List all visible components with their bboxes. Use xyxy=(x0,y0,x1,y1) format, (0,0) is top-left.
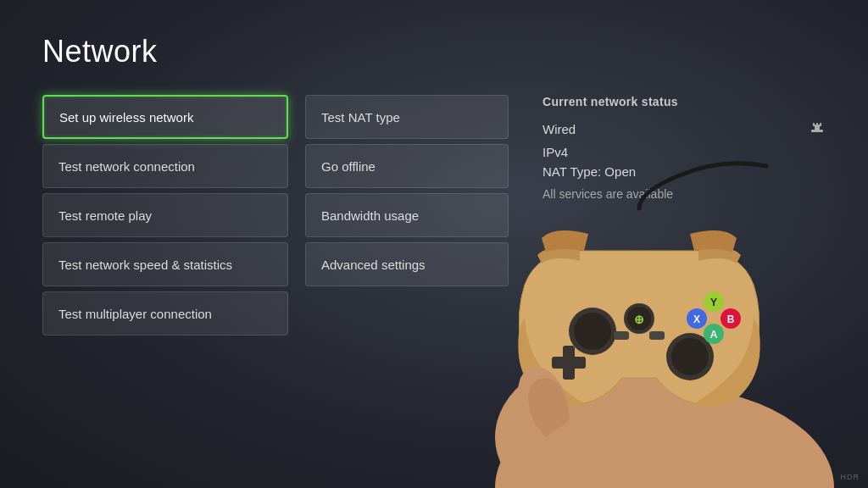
svg-rect-2 xyxy=(813,123,815,126)
menu-item-test-multiplayer[interactable]: Test multiplayer connection xyxy=(42,291,288,336)
svg-text:B: B xyxy=(727,313,735,325)
page-title: Network xyxy=(42,34,826,69)
svg-point-10 xyxy=(671,338,709,375)
svg-text:Y: Y xyxy=(710,297,717,308)
left-menu-column: Set up wireless network Test network con… xyxy=(42,95,288,463)
menu-item-test-remote-play[interactable]: Test remote play xyxy=(42,193,288,237)
svg-rect-3 xyxy=(816,123,818,126)
svg-rect-25 xyxy=(649,331,665,340)
svg-rect-12 xyxy=(552,357,586,369)
menu-item-setup-wireless[interactable]: Set up wireless network xyxy=(42,95,288,139)
status-title: Current network status xyxy=(542,95,826,108)
menu-item-test-network-speed[interactable]: Test network speed & statistics xyxy=(42,242,288,286)
svg-rect-4 xyxy=(820,123,821,126)
controller-overlay: Y X B A ⊕ xyxy=(461,132,868,488)
svg-point-8 xyxy=(574,313,611,350)
svg-text:A: A xyxy=(710,329,718,341)
menu-item-test-network-connection[interactable]: Test network connection xyxy=(42,144,288,188)
svg-text:X: X xyxy=(693,313,700,325)
svg-text:⊕: ⊕ xyxy=(634,313,644,326)
svg-rect-24 xyxy=(614,331,629,340)
